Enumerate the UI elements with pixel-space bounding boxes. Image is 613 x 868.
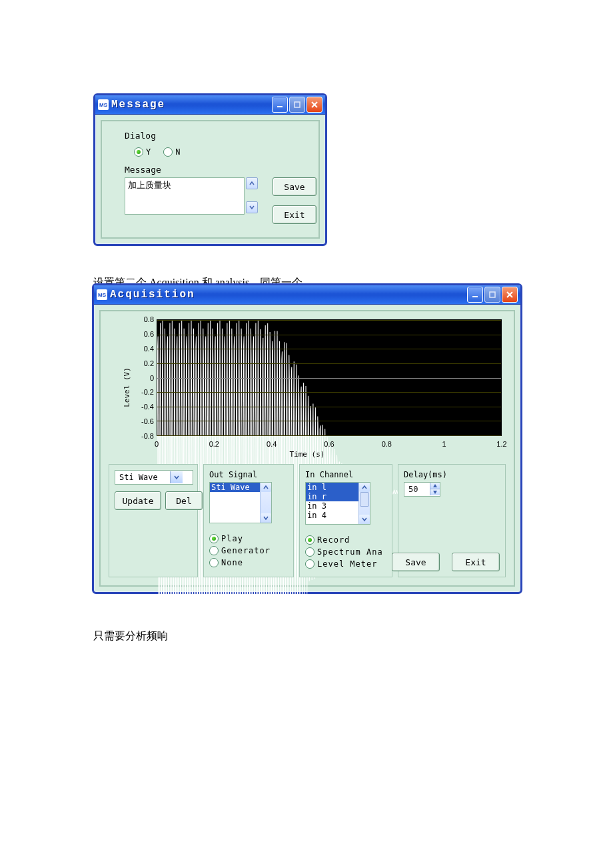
- window-title: Acquisition: [110, 289, 195, 301]
- radio-record-label: Record: [317, 535, 350, 545]
- chevron-up-icon: [263, 485, 269, 490]
- update-button[interactable]: Update: [115, 491, 161, 510]
- radio-record[interactable]: Record: [305, 535, 386, 545]
- out-signal-listbox[interactable]: Sti Wave: [209, 482, 272, 523]
- minimize-icon: [276, 101, 284, 109]
- chevron-down-icon: [433, 491, 437, 494]
- x-axis-label: Time (s): [109, 450, 506, 459]
- radio-no[interactable]: N: [163, 147, 181, 157]
- maximize-icon: [293, 101, 301, 109]
- scroll-thumb[interactable]: [360, 492, 369, 507]
- svg-rect-1: [295, 102, 300, 107]
- delay-label: Delay(ms): [404, 470, 500, 479]
- svg-rect-3: [490, 292, 495, 297]
- plot-area: [157, 319, 502, 436]
- wave-dropdown-value: Sti Wave: [115, 473, 170, 482]
- svg-rect-0: [277, 106, 283, 107]
- del-button[interactable]: Del: [165, 491, 203, 510]
- radio-spectrum-label: Spectrum Ana: [317, 547, 383, 557]
- titlebar[interactable]: MS Acquisition: [94, 285, 520, 305]
- wave-select-panel: Sti Wave Update Del: [109, 464, 198, 577]
- delay-panel: Delay(ms) 50 Save Exit: [398, 464, 506, 577]
- minimize-button[interactable]: [467, 287, 483, 303]
- x-axis-ticks: 00.20.40.60.811.2: [157, 440, 502, 449]
- radio-generator[interactable]: Generator: [209, 546, 288, 555]
- in-channel-panel: In Channel in lin rin 3in 4: [299, 464, 392, 577]
- radio-generator-label: Generator: [221, 546, 271, 555]
- close-icon: [310, 101, 318, 109]
- close-button[interactable]: [502, 287, 518, 303]
- minimize-icon: [471, 291, 479, 299]
- chevron-down-icon: [174, 475, 179, 480]
- scroll-down-button[interactable]: [246, 201, 258, 213]
- chevron-up-icon: [362, 485, 367, 490]
- delay-value: 50: [404, 483, 430, 496]
- radio-spectrum[interactable]: Spectrum Ana: [305, 547, 386, 557]
- message-textarea[interactable]: 加上质量块: [125, 177, 245, 215]
- radio-yes[interactable]: Y: [134, 147, 151, 157]
- radio-none[interactable]: None: [209, 558, 288, 567]
- message-label: Message: [125, 165, 296, 175]
- chevron-down-icon: [263, 515, 269, 521]
- out-signal-panel: Out Signal Sti Wave Play: [203, 464, 294, 577]
- radio-yes-label: Y: [146, 147, 151, 157]
- message-text: 加上质量块: [128, 180, 171, 190]
- close-button[interactable]: [306, 97, 322, 113]
- message-window: MS Message Dialog Y: [93, 93, 327, 246]
- maximize-icon: [488, 291, 496, 299]
- scroll-down-button[interactable]: [261, 513, 271, 523]
- titlebar[interactable]: MS Message: [95, 95, 325, 115]
- scroll-up-button[interactable]: [359, 483, 370, 492]
- delay-spinner[interactable]: 50: [404, 482, 440, 497]
- radio-no-label: N: [175, 147, 181, 157]
- scroll-up-button[interactable]: [261, 483, 271, 492]
- radio-play[interactable]: Play: [209, 534, 288, 543]
- doc-paragraph-2: 只需要分析频响: [93, 629, 168, 643]
- wave-dropdown[interactable]: Sti Wave: [115, 470, 193, 485]
- list-item[interactable]: in l: [306, 483, 360, 492]
- chevron-up-icon: [249, 181, 255, 186]
- in-channel-listbox[interactable]: in lin rin 3in 4: [305, 482, 370, 525]
- close-icon: [506, 291, 514, 299]
- acquisition-window: MS Acquisition Level (V) -0.8-0.6-0.4-0.…: [92, 283, 522, 594]
- app-icon: MS: [98, 99, 109, 110]
- list-item[interactable]: in 4: [306, 511, 360, 520]
- maximize-button: [289, 97, 305, 113]
- in-channel-label: In Channel: [305, 470, 386, 479]
- window-title: Message: [111, 99, 165, 111]
- waveform-chart: Level (V) -0.8-0.6-0.4-0.200.20.40.60.8 …: [109, 315, 506, 459]
- maximize-button: [484, 287, 500, 303]
- spin-down-button[interactable]: [430, 489, 440, 495]
- out-signal-label: Out Signal: [209, 470, 288, 479]
- app-icon: MS: [97, 289, 107, 300]
- y-axis-label: Level (V): [123, 367, 131, 407]
- save-button[interactable]: Save: [273, 177, 316, 196]
- scroll-up-button[interactable]: [246, 177, 258, 189]
- chevron-up-icon: [433, 484, 437, 487]
- scroll-down-button[interactable]: [359, 515, 370, 524]
- radio-level-meter[interactable]: Level Meter: [305, 559, 386, 569]
- minimize-button[interactable]: [272, 97, 288, 113]
- exit-button[interactable]: Exit: [452, 553, 500, 571]
- chevron-down-icon: [362, 517, 367, 522]
- save-button[interactable]: Save: [392, 553, 440, 571]
- chevron-down-icon: [249, 205, 255, 210]
- y-axis-ticks: -0.8-0.6-0.4-0.200.20.40.60.8: [134, 319, 155, 436]
- list-item[interactable]: in r: [306, 492, 360, 501]
- dropdown-button[interactable]: [170, 471, 183, 483]
- radio-level-meter-label: Level Meter: [317, 559, 377, 569]
- svg-rect-2: [472, 296, 478, 297]
- spin-up-button[interactable]: [430, 483, 440, 489]
- radio-none-label: None: [221, 558, 243, 567]
- radio-play-label: Play: [221, 534, 243, 543]
- list-item[interactable]: in 3: [306, 501, 360, 511]
- exit-button[interactable]: Exit: [273, 205, 316, 224]
- dialog-label: Dialog: [125, 131, 296, 141]
